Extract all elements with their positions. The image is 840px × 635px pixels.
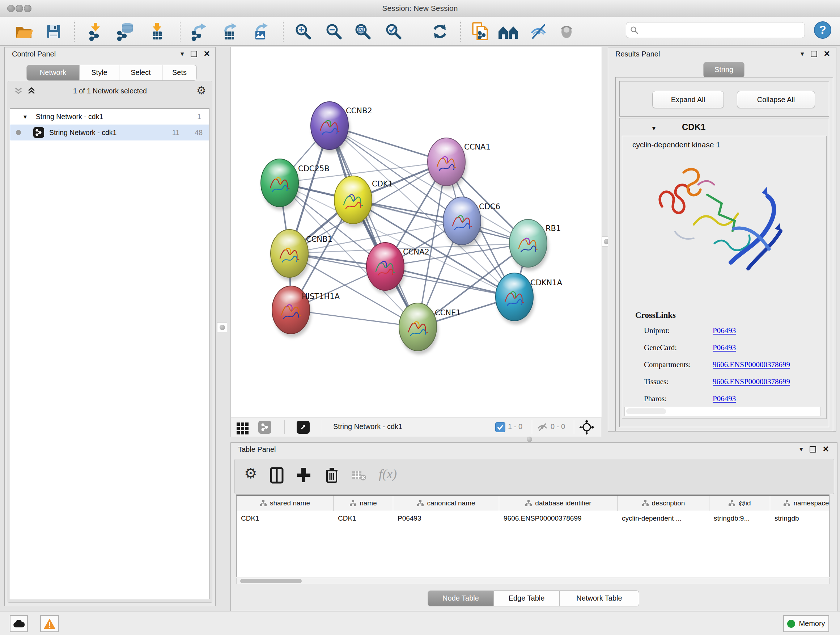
- panel-close-icon[interactable]: ✕: [824, 50, 830, 57]
- column-header-name[interactable]: name: [333, 496, 393, 511]
- panel-menu-icon[interactable]: ▾: [799, 446, 803, 453]
- zoom-selected-icon[interactable]: [383, 21, 404, 42]
- collapse-all-button[interactable]: Collapse All: [737, 91, 815, 108]
- tab-string[interactable]: String: [703, 62, 745, 78]
- import-network-database-icon[interactable]: [115, 21, 137, 42]
- crosslink-link[interactable]: P06493: [713, 326, 736, 335]
- hidden-eye-slash-icon[interactable]: [537, 423, 548, 433]
- table-cell[interactable]: P06493: [393, 511, 499, 526]
- tab-sets[interactable]: Sets: [163, 65, 197, 81]
- crosslink-link[interactable]: P06493: [713, 394, 736, 403]
- function-builder-icon[interactable]: f(x): [379, 466, 397, 481]
- expand-collapse-bar: Expand All Collapse All: [619, 81, 829, 117]
- close-window-button[interactable]: [7, 5, 15, 12]
- tab-style[interactable]: Style: [80, 65, 119, 81]
- table-cell[interactable]: CDK1: [237, 511, 333, 526]
- search-input[interactable]: [638, 26, 792, 35]
- column-header-namespace[interactable]: namespace: [770, 496, 829, 511]
- network-node-CCNA2[interactable]: CCNA2: [366, 242, 429, 294]
- gear-icon[interactable]: ⚙: [196, 84, 206, 97]
- network-node-CDK1[interactable]: CDK1: [334, 176, 393, 227]
- crosslink-link[interactable]: 9606.ENSP00000378699: [713, 360, 790, 369]
- panel-float-icon[interactable]: [811, 51, 817, 57]
- tab-select[interactable]: Select: [119, 65, 163, 81]
- table-gear-icon[interactable]: ⚙: [244, 465, 257, 481]
- left-splitter-handle[interactable]: [217, 322, 227, 333]
- warning-status-button[interactable]: [40, 615, 59, 632]
- crosslink-link[interactable]: P06493: [713, 343, 736, 352]
- network-view-canvas[interactable]: CCNB2CCNA1CDC25BCDK1CDC6RB1CCNB1CCNA2CDK…: [231, 47, 602, 417]
- results-hscrollbar[interactable]: [624, 407, 821, 416]
- tab-network-table[interactable]: Network Table: [560, 591, 639, 606]
- network-row-selected[interactable]: String Network - cdk1 11 48: [10, 125, 209, 141]
- network-node-RB1[interactable]: RB1: [509, 219, 561, 271]
- add-column-icon[interactable]: [295, 467, 311, 485]
- pan-crosshair-icon[interactable]: [579, 420, 594, 436]
- panel-menu-icon[interactable]: ▾: [801, 50, 804, 57]
- export-network-icon[interactable]: [188, 21, 210, 42]
- network-collection-row[interactable]: ▼ String Network - cdk1 1: [10, 109, 209, 125]
- string-network-badge-icon[interactable]: [258, 421, 271, 434]
- zoom-in-icon[interactable]: [292, 21, 314, 42]
- panel-close-icon[interactable]: ✕: [823, 446, 829, 453]
- table-hscrollbar-thumb[interactable]: [240, 579, 302, 583]
- network-node-CDC25B[interactable]: CDC25B: [261, 159, 330, 211]
- column-header-shared-name[interactable]: shared name: [237, 496, 333, 511]
- select-columns-icon[interactable]: [270, 467, 284, 485]
- network-node-HIST1H1A[interactable]: HIST1H1A: [272, 286, 340, 337]
- string-home-icon[interactable]: [497, 21, 519, 42]
- node-table: shared namenamecanonical namedatabase id…: [236, 494, 829, 577]
- panel-float-icon[interactable]: [191, 51, 197, 57]
- delete-table-icon[interactable]: [351, 470, 367, 484]
- save-session-icon[interactable]: [43, 21, 65, 42]
- tab-network[interactable]: Network: [27, 65, 80, 81]
- eye-slash-icon[interactable]: [527, 21, 549, 42]
- table-cell[interactable]: cyclin-dependent ...: [617, 511, 709, 526]
- panel-close-icon[interactable]: ✕: [204, 50, 210, 57]
- birds-eye-view-icon[interactable]: [237, 423, 248, 434]
- network-list: ▼ String Network - cdk1 1 String Network…: [10, 108, 210, 599]
- column-header--id[interactable]: @id: [709, 496, 770, 511]
- column-header-database-identifier[interactable]: database identifier: [499, 496, 617, 511]
- network-node-CDC6[interactable]: CDC6: [443, 197, 500, 249]
- network-node-CDKN1A[interactable]: CDKN1A: [496, 273, 562, 325]
- eye-disabled-icon[interactable]: [556, 21, 577, 42]
- selected-checkbox[interactable]: [495, 422, 505, 432]
- panel-float-icon[interactable]: [810, 446, 816, 453]
- table-cell[interactable]: stringdb: [770, 511, 829, 526]
- table-cell[interactable]: stringdb:9...: [709, 511, 770, 526]
- tab-node-table[interactable]: Node Table: [428, 591, 494, 606]
- paste-network-icon[interactable]: [470, 21, 491, 42]
- zoom-fit-icon[interactable]: [352, 21, 374, 42]
- cloud-status-button[interactable]: [10, 615, 28, 632]
- table-hscrollbar[interactable]: [236, 578, 829, 584]
- import-network-file-icon[interactable]: [85, 21, 107, 42]
- section-expanded-icon[interactable]: ▼: [651, 125, 657, 132]
- memory-button[interactable]: Memory: [783, 615, 829, 632]
- import-table-file-icon[interactable]: [147, 21, 168, 42]
- open-in-window-icon[interactable]: [297, 421, 309, 434]
- export-image-icon[interactable]: [249, 21, 271, 42]
- table-cell[interactable]: 9606.ENSP00000378699: [499, 511, 617, 526]
- zoom-out-icon[interactable]: [323, 21, 345, 42]
- tab-edge-table[interactable]: Edge Table: [494, 591, 560, 606]
- expand-all-button[interactable]: Expand All: [652, 91, 724, 108]
- network-node-CCNE1[interactable]: CCNE1: [399, 303, 461, 355]
- maximize-window-button[interactable]: [24, 5, 32, 12]
- export-table-icon[interactable]: [219, 21, 240, 42]
- open-session-icon[interactable]: [13, 21, 35, 42]
- tree-expanded-icon[interactable]: ▼: [22, 114, 28, 120]
- delete-column-trash-icon[interactable]: [325, 466, 339, 485]
- horizontal-splitter-handle[interactable]: [527, 437, 532, 442]
- network-edge-CCNB2-CCNE1[interactable]: [330, 126, 418, 327]
- table-cell[interactable]: CDK1: [333, 511, 393, 526]
- crosslink-link[interactable]: 9606.ENSP00000378699: [713, 377, 790, 386]
- refresh-view-icon[interactable]: [429, 21, 451, 42]
- column-header-canonical-name[interactable]: canonical name: [393, 496, 499, 511]
- minimize-window-button[interactable]: [16, 5, 23, 12]
- column-header-description[interactable]: description: [617, 496, 709, 511]
- table-row[interactable]: CDK1CDK1P064939606.ENSP00000378699cyclin…: [237, 511, 829, 526]
- panel-menu-icon[interactable]: ▾: [180, 50, 184, 57]
- network-node-CCNA1[interactable]: CCNA1: [428, 138, 491, 189]
- help-icon[interactable]: ?: [812, 20, 834, 40]
